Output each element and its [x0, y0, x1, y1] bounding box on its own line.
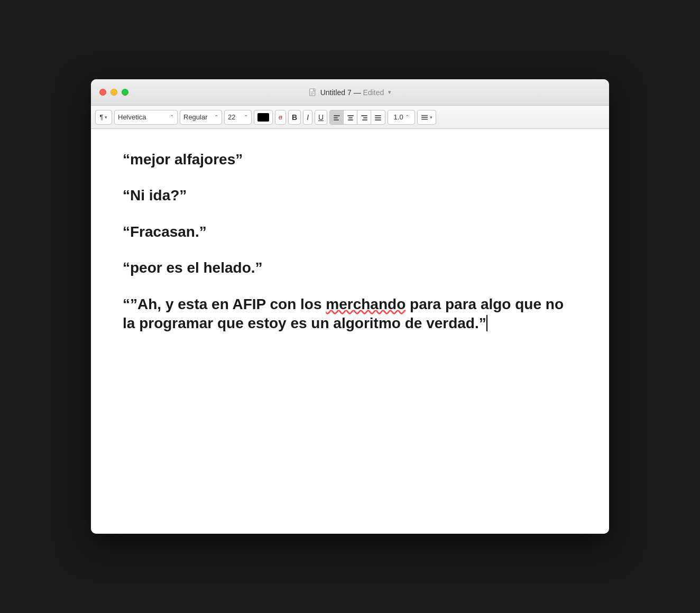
para-chevron-icon: ▾ [105, 115, 107, 120]
paragraph-4-text: “peor es el helado.” [123, 259, 263, 276]
paragraph-5-text-before: “”Ah, y esta en AFIP con los [123, 296, 326, 312]
close-button[interactable] [99, 89, 106, 96]
font-name-label: Helvetica [118, 113, 146, 121]
align-left-button[interactable] [330, 110, 344, 125]
text-color-button[interactable] [254, 110, 273, 125]
paragraph-1-text: “mejor alfajores” [123, 151, 243, 168]
text-cursor [486, 315, 487, 331]
font-chevron-icon: ⌃ [170, 114, 174, 120]
align-justify-button[interactable] [371, 110, 385, 125]
align-left-icon [333, 114, 340, 122]
para-symbol: ¶ [100, 113, 104, 121]
svg-rect-13 [375, 115, 381, 116]
traffic-lights [99, 89, 128, 96]
title-chevron-icon[interactable]: ▾ [388, 89, 391, 96]
paragraph-5: “”Ah, y esta en AFIP con los merchando p… [123, 295, 577, 333]
svg-rect-18 [421, 118, 428, 119]
paragraph-3-text: “Fracasan.” [123, 224, 207, 240]
app-window: Untitled 7 — Edited ▾ ¶ ▾ Helvetica ⌃ Re… [91, 79, 609, 534]
font-size-label: 22 [228, 113, 235, 121]
title-area: Untitled 7 — Edited ▾ [309, 88, 392, 97]
svg-rect-16 [421, 115, 428, 116]
svg-rect-9 [348, 119, 353, 120]
align-center-button[interactable] [344, 110, 357, 125]
bold-button[interactable]: B [288, 110, 301, 125]
paragraph-style-button[interactable]: ¶ ▾ [95, 110, 112, 125]
paragraph-2-text: “Ni ida?” [123, 187, 187, 203]
list-button[interactable]: ▾ [417, 110, 436, 125]
strikethrough-button[interactable]: a [275, 110, 286, 125]
title-bar: Untitled 7 — Edited ▾ [91, 79, 609, 106]
svg-rect-4 [334, 115, 340, 116]
svg-rect-8 [348, 117, 353, 118]
minimize-button[interactable] [110, 89, 117, 96]
document-icon [309, 88, 317, 97]
color-swatch [257, 113, 269, 122]
svg-rect-17 [421, 117, 428, 118]
underline-label: U [318, 113, 324, 122]
align-justify-icon [374, 114, 382, 122]
svg-rect-6 [334, 119, 339, 120]
spacing-chevron-icon: ⌃ [405, 114, 409, 120]
align-right-button[interactable] [357, 110, 371, 125]
font-size-selector[interactable]: 22 ⌃ [224, 110, 252, 125]
svg-rect-14 [375, 117, 381, 118]
size-chevron-icon: ⌃ [244, 114, 248, 120]
svg-rect-10 [361, 115, 367, 116]
paragraph-2: “Ni ida?” [123, 186, 577, 205]
font-style-selector[interactable]: Regular ⌃ [180, 110, 222, 125]
paragraph-4: “peor es el helado.” [123, 258, 577, 277]
bold-label: B [292, 113, 297, 122]
italic-label: I [307, 113, 309, 122]
toolbar: ¶ ▾ Helvetica ⌃ Regular ⌃ 22 ⌃ a B I U [91, 106, 609, 129]
window-title: Untitled 7 — Edited [320, 88, 384, 97]
font-selector[interactable]: Helvetica ⌃ [114, 110, 178, 125]
align-center-icon [347, 114, 354, 122]
align-right-icon [361, 114, 368, 122]
list-icon [421, 113, 428, 122]
svg-rect-15 [375, 119, 381, 120]
content-area[interactable]: “mejor alfajores” “Ni ida?” “Fracasan.” … [91, 129, 609, 534]
strikethrough-a-icon: a [279, 113, 282, 122]
svg-rect-11 [363, 117, 367, 118]
maximize-button[interactable] [122, 89, 128, 96]
svg-rect-12 [362, 119, 367, 120]
font-style-label: Regular [183, 113, 208, 121]
paragraph-1: “mejor alfajores” [123, 150, 577, 169]
style-chevron-icon: ⌃ [214, 114, 218, 120]
underline-button[interactable]: U [315, 110, 327, 125]
svg-rect-7 [347, 115, 354, 116]
line-spacing-button[interactable]: 1.0 ⌃ [388, 110, 415, 125]
italic-button[interactable]: I [303, 110, 312, 125]
svg-rect-5 [334, 117, 338, 118]
alignment-group [329, 110, 385, 125]
line-spacing-label: 1.0 [394, 113, 403, 121]
misspelled-word: merchando [326, 296, 406, 312]
paragraph-3: “Fracasan.” [123, 222, 577, 242]
